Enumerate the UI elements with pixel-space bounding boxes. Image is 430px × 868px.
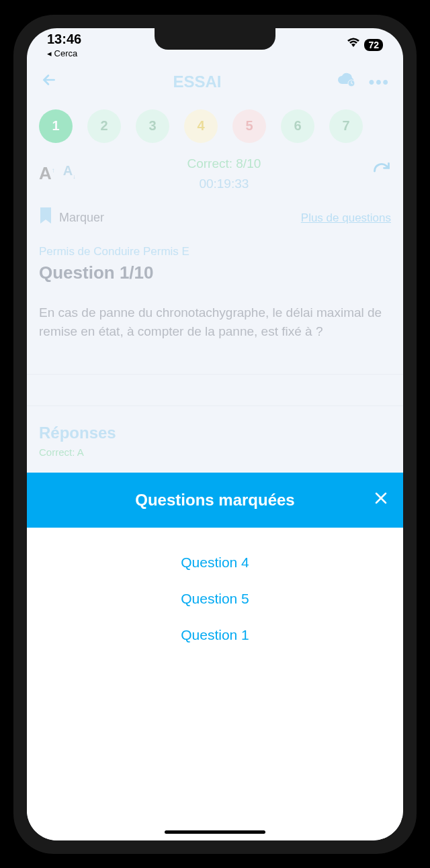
more-questions-link[interactable]: Plus de questions [301,211,391,225]
marquer-label[interactable]: Marquer [59,211,104,225]
marked-question-item[interactable]: Question 1 [181,627,249,643]
question-pill-5[interactable]: 5 [232,109,266,143]
page-title: ESSAI [58,73,337,91]
question-pill-1[interactable]: 1 [39,109,73,143]
more-menu-icon[interactable]: ••• [369,73,390,91]
app-header: ESSAI ••• [27,62,403,103]
back-arrow-icon[interactable] [40,71,58,93]
status-time: 13:46 [47,32,81,47]
font-increase-icon[interactable]: A↑ [39,163,55,184]
marked-questions-sheet: Questions marquées Question 4 Question 5… [27,473,403,840]
divider [27,405,403,406]
answers-section: Réponses Correct: A [27,412,403,470]
refresh-icon[interactable] [372,162,391,185]
dimmed-background: ESSAI ••• 1 2 3 4 5 6 7 A↑ [27,62,403,470]
question-nav-pills: 1 2 3 4 5 6 7 [27,103,403,150]
marked-question-item[interactable]: Question 4 [181,554,249,571]
close-icon[interactable] [374,491,388,510]
question-category: Permis de Conduire Permis E [39,245,391,258]
question-pill-4[interactable]: 4 [184,109,218,143]
question-pill-7[interactable]: 7 [329,109,363,143]
phone-notch [155,28,275,50]
question-number: Question 1/10 [39,262,391,283]
question-text: En cas de panne du chronotachygraphe, le… [39,303,391,342]
cloud-sync-icon[interactable] [337,72,357,93]
question-pill-3[interactable]: 3 [136,109,169,143]
phone-frame: 13:46 ◂ Cerca 72 ESSAI • [13,15,417,854]
score-row: A↑ A↓ Correct: 8/10 00:19:33 [27,150,403,198]
marked-question-item[interactable]: Question 5 [181,591,249,607]
svg-point-0 [348,80,355,87]
screen: 13:46 ◂ Cerca 72 ESSAI • [27,28,403,840]
sheet-title: Questions marquées [135,491,294,510]
sheet-header: Questions marquées [27,473,403,528]
correct-count: Correct: 8/10 [76,156,372,171]
battery-level: 72 [364,39,383,51]
answers-title: Réponses [39,424,391,442]
timer: 00:19:33 [76,177,372,191]
home-indicator[interactable] [165,830,265,834]
question-section: Permis de Conduire Permis E Question 1/1… [27,238,403,369]
bookmark-icon[interactable] [39,207,52,229]
marquer-row: Marquer Plus de questions [27,198,403,238]
correct-answer-label: Correct: A [39,446,391,458]
wifi-icon [347,38,360,52]
question-pill-6[interactable]: 6 [281,109,314,143]
status-back-app[interactable]: ◂ Cerca [47,48,81,58]
divider [27,374,403,375]
sheet-list: Question 4 Question 5 Question 1 [27,528,403,670]
font-decrease-icon[interactable]: A↓ [63,163,76,184]
question-pill-2[interactable]: 2 [87,109,121,143]
